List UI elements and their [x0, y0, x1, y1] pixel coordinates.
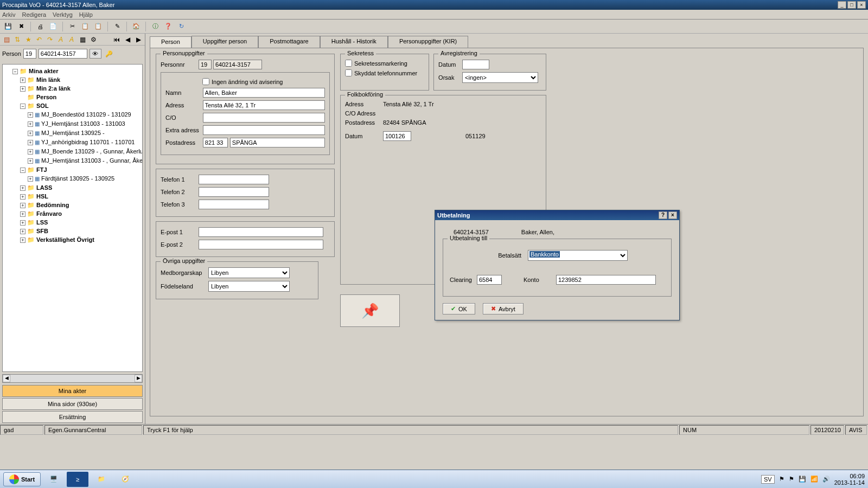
info-icon[interactable]: ⓘ: [150, 22, 160, 31]
chk-ingen-andring[interactable]: [202, 78, 209, 85]
lookup-button[interactable]: 👁: [90, 49, 101, 59]
redo-icon[interactable]: ↷: [46, 35, 54, 44]
fld-ep1[interactable]: [199, 227, 323, 237]
tree-hsl[interactable]: HSL: [36, 193, 48, 200]
task-app-icon[interactable]: 🧭: [114, 472, 136, 487]
tree-sol1[interactable]: MJ_Boendestöd 131029 - 131029: [41, 111, 131, 118]
copy-icon[interactable]: 📋: [80, 22, 90, 31]
tree-minlank[interactable]: Min länk: [36, 76, 60, 83]
avbryt-button[interactable]: ✖Avbryt: [483, 303, 524, 314]
dialog-close-button[interactable]: ×: [668, 211, 677, 219]
help-icon[interactable]: ❓: [163, 22, 173, 31]
tray-device-icon[interactable]: 💾: [799, 476, 806, 483]
tree-verk[interactable]: Verkställighet Övrigt: [36, 236, 94, 243]
fld-konto[interactable]: [556, 275, 656, 285]
tree-sol6[interactable]: MJ_Hemtjänst 131003 - , Gunnar, Åkerlund…: [41, 157, 143, 164]
tree-person[interactable]: Person: [36, 94, 56, 100]
fld-tel2[interactable]: [199, 187, 269, 197]
print-icon[interactable]: 🖨: [35, 22, 45, 31]
tree-sol5[interactable]: MJ_Boende 131029 - , Gunnar, Åkerlund (2…: [41, 148, 143, 155]
prev-record-icon[interactable]: ◀: [123, 35, 132, 44]
nav-tree[interactable]: −📁Mina akter +📁Min länk +📁Min 2:a länk 📁…: [2, 64, 143, 372]
fld-folk-datum[interactable]: [383, 131, 411, 141]
lefttab-minaakter[interactable]: Mina akter: [2, 385, 143, 397]
tree-ftj1[interactable]: Färdtjänst 130925 - 130925: [41, 175, 114, 182]
person-prefix-input[interactable]: [23, 49, 36, 59]
next-record-icon[interactable]: ▶: [134, 35, 143, 44]
chk-sekretess[interactable]: [345, 60, 352, 67]
star-icon[interactable]: ★: [24, 35, 33, 44]
lefttab-minasidor[interactable]: Mina sidor (930se): [2, 398, 143, 410]
sync-icon[interactable]: ⇅: [13, 35, 22, 44]
close-button[interactable]: ×: [857, 1, 866, 9]
tray-network-icon[interactable]: 📶: [810, 476, 818, 483]
task-powershell-icon[interactable]: ≥: [67, 472, 88, 487]
font-a-icon[interactable]: A: [56, 35, 65, 44]
chk-skyddat[interactable]: [345, 69, 352, 76]
tray-flag2-icon[interactable]: ⚑: [789, 476, 794, 483]
tree-fran[interactable]: Frånvaro: [36, 210, 62, 217]
undo-icon[interactable]: ↶: [35, 35, 43, 44]
font-a2-icon[interactable]: A: [67, 35, 76, 44]
tray-flag-icon[interactable]: ⚑: [779, 476, 784, 483]
tree-lss[interactable]: LSS: [36, 219, 48, 226]
restore-button[interactable]: □: [847, 1, 856, 9]
pin-button[interactable]: 📌: [340, 294, 400, 327]
tree-bed[interactable]: Bedömning: [36, 202, 69, 208]
fld-tel1[interactable]: [199, 175, 269, 184]
task-explorer-icon[interactable]: 🖥️: [43, 472, 65, 487]
fld-namn[interactable]: [203, 88, 325, 98]
sel-avreg-orsak[interactable]: <ingen>: [462, 72, 538, 83]
fld-adress[interactable]: [203, 100, 325, 110]
sel-fod[interactable]: Libyen: [208, 281, 290, 292]
tree-sfb[interactable]: SFB: [36, 228, 48, 234]
menu-redigera[interactable]: Redigera: [22, 11, 46, 18]
tree-ftj[interactable]: FTJ: [36, 166, 47, 173]
cut-icon[interactable]: ✂: [67, 22, 77, 31]
fld-postort[interactable]: [230, 138, 325, 147]
tab-person[interactable]: Person: [150, 36, 192, 48]
preview-icon[interactable]: 📄: [48, 22, 58, 31]
tree-lass[interactable]: LASS: [36, 184, 52, 191]
clock[interactable]: 06:09 2013-11-14: [834, 473, 865, 486]
calendar-icon[interactable]: ▦: [78, 35, 87, 44]
tree-min2alank[interactable]: Min 2:a länk: [36, 85, 71, 92]
tree-sol[interactable]: SOL: [36, 102, 49, 109]
refresh-icon[interactable]: ↻: [176, 22, 186, 31]
scroll-left-icon[interactable]: ◀: [3, 375, 10, 382]
wand-icon[interactable]: ✎: [112, 22, 122, 31]
tree-sol3[interactable]: MJ_Hemtjänst 130925 -: [41, 130, 105, 136]
gear-icon[interactable]: ⚙: [89, 35, 98, 44]
fld-avreg-datum[interactable]: [462, 60, 489, 69]
scroll-right-icon[interactable]: ▶: [135, 375, 142, 382]
fld-tel3[interactable]: [199, 200, 269, 209]
delete-icon[interactable]: ✖: [16, 22, 26, 31]
lang-indicator[interactable]: SV: [761, 475, 775, 484]
start-button[interactable]: Start: [3, 472, 41, 486]
person-id-input[interactable]: [39, 49, 87, 59]
tree-icon[interactable]: ▤: [2, 35, 11, 44]
minimize-button[interactable]: _: [838, 1, 846, 9]
ok-button[interactable]: ✔OK: [443, 303, 475, 314]
save-icon[interactable]: 💾: [3, 22, 13, 31]
fld-extra[interactable]: [203, 125, 325, 135]
first-record-icon[interactable]: ⏮: [112, 35, 121, 44]
fld-postnr[interactable]: [203, 138, 228, 147]
task-folder-icon[interactable]: 📁: [91, 472, 112, 487]
tree-root[interactable]: Mina akter: [29, 68, 58, 74]
tab-uppgifter[interactable]: Uppgifter person: [192, 36, 258, 48]
home-icon[interactable]: 🏠: [131, 22, 141, 31]
sel-med[interactable]: Libyen: [208, 267, 290, 278]
tree-sol2[interactable]: YJ_Hemtjänst 131003 - 131003: [41, 120, 125, 127]
paste-icon[interactable]: 📋: [93, 22, 103, 31]
menu-verktyg[interactable]: Verktyg: [53, 11, 73, 18]
tree-hscroll[interactable]: ◀ ▶: [2, 374, 143, 383]
tree-sol4[interactable]: YJ_anhörigbidrag 110701 - 110701: [41, 139, 135, 145]
tab-postmottagare[interactable]: Postmottagare: [258, 36, 320, 48]
tab-hushall[interactable]: Hushåll - Historik: [320, 36, 388, 48]
fld-co[interactable]: [203, 113, 325, 123]
tab-kir[interactable]: Personuppgifter (KIR): [388, 36, 468, 48]
menu-hjalp[interactable]: Hjälp: [79, 11, 93, 18]
tray-volume-icon[interactable]: 🔊: [822, 476, 830, 483]
lefttab-ersattning[interactable]: Ersättning: [2, 411, 143, 423]
